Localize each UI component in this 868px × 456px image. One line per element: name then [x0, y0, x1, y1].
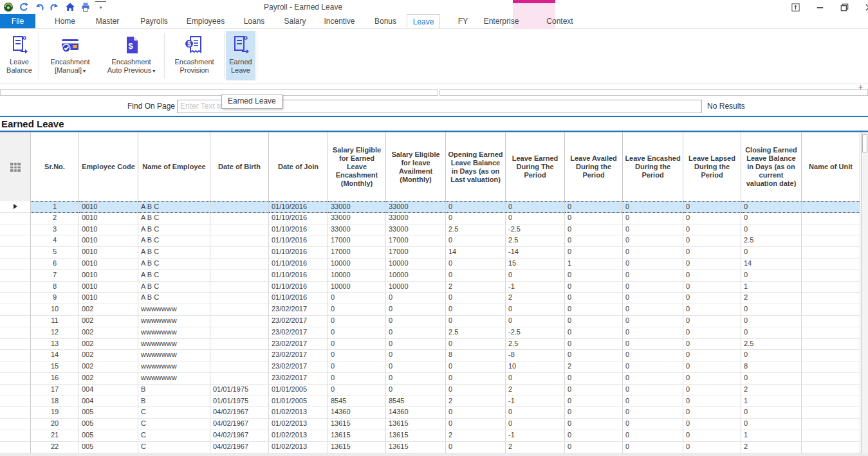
tab-loans[interactable]: Loans	[233, 14, 275, 28]
tab-enterprise[interactable]: Enterprise	[474, 14, 528, 28]
column-header[interactable]: Sr.No.	[31, 132, 79, 201]
grid-cell[interactable]: 0	[328, 385, 386, 396]
grid-cell[interactable]: 0	[623, 293, 683, 304]
grid-cell[interactable]: 01/10/2016	[269, 224, 328, 236]
grid-cell[interactable]	[802, 213, 860, 224]
grid-cell[interactable]: 0	[683, 213, 741, 224]
table-row[interactable]: 21005C04/02/196701/02/201313615136152-10…	[0, 430, 868, 442]
grid-cell[interactable]: 0	[446, 361, 506, 373]
column-header[interactable]: Salary Eligible for Earned Leave Encashm…	[328, 132, 386, 201]
grid-cell[interactable]: 0	[623, 247, 683, 259]
grid-cell[interactable]: wwwwwww	[138, 304, 210, 316]
table-row[interactable]: 15002wwwwwww23/02/2017000102008	[0, 361, 868, 373]
grid-cell[interactable]: 0	[386, 327, 446, 339]
grid-cell[interactable]: 0010	[79, 235, 138, 247]
scrollbar-thumb[interactable]	[862, 134, 867, 152]
grid-cell[interactable]: 005	[79, 419, 138, 430]
grid-cell[interactable]: 0	[565, 270, 623, 282]
grid-cell[interactable]: A B C	[138, 293, 210, 304]
grid-cell[interactable]	[802, 339, 860, 351]
tab-master[interactable]: Master	[85, 14, 130, 28]
grid-cell[interactable]: 14	[446, 247, 506, 259]
grid-cell[interactable]: 0	[446, 419, 506, 430]
grid-cell[interactable]: 2	[506, 442, 565, 453]
grid-cell[interactable]	[210, 282, 269, 293]
grid-cell[interactable]: 0	[683, 361, 741, 373]
tab-incentive[interactable]: Incentive	[315, 14, 364, 28]
grid-cell[interactable]: 0	[741, 373, 802, 385]
grid-cell[interactable]: -1	[506, 430, 565, 442]
table-row[interactable]: 10010A B C01/10/20163300033000000000	[0, 201, 868, 213]
grid-cell[interactable]: 0	[565, 396, 623, 408]
grid-cell[interactable]: 0	[446, 259, 506, 270]
grid-cell[interactable]: 01/02/2013	[269, 407, 328, 419]
grid-cell[interactable]: 0	[683, 419, 741, 430]
grid-cell[interactable]: C	[138, 407, 210, 419]
splitter-bar[interactable]	[439, 89, 868, 96]
grid-cell[interactable]: 11	[31, 316, 79, 327]
grid-cell[interactable]: 0010	[79, 213, 138, 224]
column-header[interactable]: Leave Earned During The Period	[506, 132, 565, 201]
grid-cell[interactable]	[802, 407, 860, 419]
grid-cell[interactable]: wwwwwww	[138, 316, 210, 327]
grid-cell[interactable]: 10000	[328, 270, 386, 282]
grid-cell[interactable]: 01/10/2016	[269, 259, 328, 270]
home-icon[interactable]	[64, 1, 75, 12]
grid-cell[interactable]: 0	[741, 407, 802, 419]
grid-cell[interactable]: 0	[741, 224, 802, 236]
grid-cell[interactable]	[210, 247, 269, 259]
tab-leave-active[interactable]: Leave	[407, 14, 440, 28]
column-header[interactable]: Name of Employee	[138, 132, 210, 201]
grid-cell[interactable]: 0	[683, 442, 741, 453]
grid-cell[interactable]: 01/10/2016	[269, 235, 328, 247]
grid-cell[interactable]: 0	[623, 316, 683, 327]
column-header[interactable]: Leave Encashed During the Period	[623, 132, 683, 201]
grid-cell[interactable]: 1	[565, 259, 623, 270]
grid-cell[interactable]	[210, 270, 269, 282]
grid-cell[interactable]: 1	[741, 430, 802, 442]
column-header[interactable]: Opening Earned Leave Balance in Days (as…	[446, 132, 506, 201]
grid-cell[interactable]	[802, 327, 860, 339]
grid-cell[interactable]	[802, 442, 860, 453]
grid-cell[interactable]: 2	[741, 385, 802, 396]
grid-cell[interactable]: 0	[386, 373, 446, 385]
table-row[interactable]: 13002wwwwwww23/02/20170002.50002.5	[0, 339, 868, 351]
grid-cell[interactable]: 0010	[79, 247, 138, 259]
row-indicator[interactable]	[0, 213, 31, 224]
grid-cell[interactable]	[802, 361, 860, 373]
table-row[interactable]: 90010A B C01/10/201600020002	[0, 293, 868, 304]
grid-cell[interactable]: 0	[446, 293, 506, 304]
grid-cell[interactable]: 0	[328, 304, 386, 316]
grid-cell[interactable]: 14	[741, 259, 802, 270]
grid-cell[interactable]: 0	[386, 385, 446, 396]
grid-cell[interactable]: 23/02/2017	[269, 316, 328, 327]
grid-cell[interactable]: 1	[741, 282, 802, 293]
table-row[interactable]: 60010A B C01/10/2016100001000001510014	[0, 259, 868, 270]
grid-cell[interactable]: 8545	[328, 396, 386, 408]
grid-cell[interactable]	[802, 316, 860, 327]
grid-cell[interactable]: 0	[741, 304, 802, 316]
row-indicator[interactable]	[0, 282, 31, 293]
grid-cell[interactable]: 01/10/2016	[269, 293, 328, 304]
grid-cell[interactable]	[802, 396, 860, 408]
tab-fy[interactable]: FY	[452, 14, 474, 28]
table-row[interactable]: 19005C04/02/196701/02/201314360143600000…	[0, 407, 868, 419]
grid-cell[interactable]: 0	[683, 339, 741, 351]
grid-cell[interactable]: 2	[741, 293, 802, 304]
grid-cell[interactable]: 9	[31, 293, 79, 304]
splitter-bar[interactable]	[0, 89, 438, 96]
row-indicator[interactable]	[0, 430, 31, 442]
grid-cell[interactable]: 01/02/2013	[269, 430, 328, 442]
grid-cell[interactable]: 0	[741, 213, 802, 224]
grid-cell[interactable]: wwwwwww	[138, 350, 210, 361]
grid-cell[interactable]: 0	[683, 350, 741, 361]
tab-context[interactable]: Context	[539, 14, 581, 28]
row-indicator[interactable]	[0, 224, 31, 236]
grid-cell[interactable]: 0	[683, 373, 741, 385]
row-indicator[interactable]	[0, 259, 31, 270]
grid-cell[interactable]: 33000	[386, 224, 446, 236]
grid-cell[interactable]: 13	[31, 339, 79, 351]
grid-cell[interactable]: 3	[31, 224, 79, 236]
grid-cell[interactable]: 0	[623, 385, 683, 396]
grid-cell[interactable]: 0	[446, 304, 506, 316]
